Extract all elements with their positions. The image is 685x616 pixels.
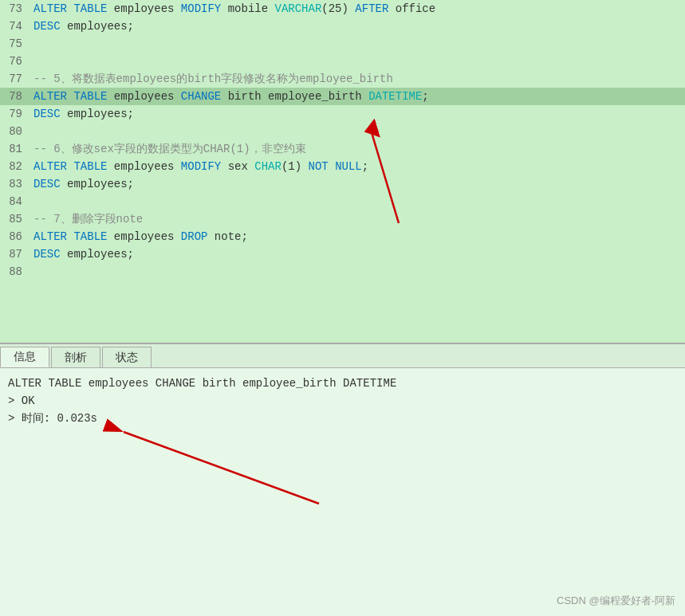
table-row: 81 -- 6、修改sex字段的数据类型为CHAR(1)，非空约束 [0,140,685,158]
tab-bar: 信息 剖析 状态 [0,344,685,368]
line-number: 78 [0,88,30,105]
tab-profile[interactable]: 剖析 [51,347,100,367]
line-number: 85 [0,210,30,228]
line-code [30,263,685,281]
line-code: DESC employees; [30,18,685,35]
line-number: 79 [0,105,30,123]
line-code: ALTER TABLE employees MODIFY sex CHAR(1)… [30,158,685,175]
line-number: 82 [0,158,30,175]
line-code: -- 5、将数据表employees的birth字段修改名称为employee_… [30,70,685,88]
line-number: 74 [0,18,30,35]
line-code: -- 6、修改sex字段的数据类型为CHAR(1)，非空约束 [30,140,685,158]
table-row: 73 ALTER TABLE employees MODIFY mobile V… [0,0,685,18]
line-code: -- 7、删除字段note [30,210,685,228]
table-row: 87 DESC employees; [0,245,685,263]
table-row: 79 DESC employees; [0,105,685,123]
watermark: CSDN @编程爱好者-阿新 [557,594,675,608]
line-number: 87 [0,245,30,263]
table-row: 85 -- 7、删除字段note [0,210,685,228]
line-code: ALTER TABLE employees DROP note; [30,228,685,245]
table-row: 75 [0,35,685,53]
line-number: 86 [0,228,30,245]
line-code: DESC employees; [30,105,685,123]
svg-line-3 [124,432,319,504]
line-number: 83 [0,175,30,193]
output-area: ALTER TABLE employees CHANGE birth emplo… [0,368,685,434]
code-editor: 73 ALTER TABLE employees MODIFY mobile V… [0,0,685,343]
table-row: 80 [0,123,685,140]
line-number: 77 [0,70,30,88]
line-number: 75 [0,35,30,53]
table-row: 88 [0,263,685,281]
code-table: 73 ALTER TABLE employees MODIFY mobile V… [0,0,685,281]
output-line-3: > 时间: 0.023s [8,410,677,427]
line-number: 81 [0,140,30,158]
line-code: DESC employees; [30,245,685,263]
line-number: 76 [0,53,30,70]
line-code [30,193,685,210]
output-line-1: ALTER TABLE employees CHANGE birth emplo… [8,375,677,392]
table-row: 82 ALTER TABLE employees MODIFY sex CHAR… [0,158,685,175]
line-code [30,123,685,140]
table-row: 74 DESC employees; [0,18,685,35]
table-row: 78 ALTER TABLE employees CHANGE birth em… [0,88,685,105]
tab-info[interactable]: 信息 [0,347,49,367]
line-code [30,53,685,70]
table-row: 77 -- 5、将数据表employees的birth字段修改名称为employ… [0,70,685,88]
line-code [30,35,685,53]
line-code: ALTER TABLE employees CHANGE birth emplo… [30,88,685,105]
table-row: 83 DESC employees; [0,175,685,193]
bottom-panel: 信息 剖析 状态 ALTER TABLE employees CHANGE bi… [0,343,685,616]
output-line-2: > OK [8,392,677,410]
table-row: 86 ALTER TABLE employees DROP note; [0,228,685,245]
table-row: 76 [0,53,685,70]
line-number: 80 [0,123,30,140]
line-number: 88 [0,263,30,281]
line-number: 73 [0,0,30,18]
line-number: 84 [0,193,30,210]
table-row: 84 [0,193,685,210]
line-code: ALTER TABLE employees MODIFY mobile VARC… [30,0,685,18]
line-code: DESC employees; [30,175,685,193]
tab-status[interactable]: 状态 [102,347,152,367]
